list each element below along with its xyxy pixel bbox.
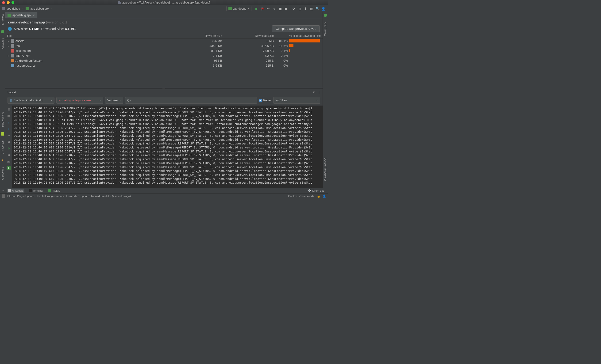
breadcrumb-file[interactable]: app-debug.apk [26,7,49,10]
expander-icon[interactable]: ▸ [7,39,10,43]
percent-bar [288,54,321,58]
filter-selector[interactable]: No Filters ▼ [273,97,320,104]
expander-icon[interactable] [7,49,10,53]
document-icon [118,1,121,4]
log-search-input[interactable]: Q▾ [125,97,257,104]
more-icon[interactable]: ⋯ [7,172,11,177]
table-row[interactable]: AndroidManifest.xml955 B955 B0% [5,58,322,63]
chevron-down-icon: ▼ [119,99,121,102]
status-message[interactable]: IDE and Plugin Updates: The following co… [7,195,131,198]
down-stack-icon[interactable]: ↓ [7,127,11,131]
settings-button[interactable]: 👤 [321,6,326,11]
table-row[interactable]: resources.arsc3.5 KB625 B0% [5,63,322,68]
col-percent[interactable]: % of Total Download size [274,34,321,38]
collapse-icon[interactable]: » [2,189,4,192]
table-row[interactable]: classes.dex81.1 KB74.8 KB2.1% [5,48,322,53]
chevron-down-icon: ▼ [50,99,52,102]
expander-icon[interactable]: ▸ [7,44,10,48]
log-level-selector[interactable]: Verbose ▼ [105,97,123,104]
tab-structure[interactable]: 7: Structure [1,166,4,181]
hide-panel-icon[interactable]: ⤓ [318,91,320,94]
screenshot-icon[interactable]: 📷︎ [7,160,11,164]
tab-logcat[interactable]: 6: Logcat [7,189,24,192]
log-level-label: Verbose [107,99,118,102]
apply-changes-button[interactable]: ▣ [278,6,283,11]
download-size: 955 B [222,59,274,62]
right-tool-window-bar: APK Project Device File Explorer [322,12,328,188]
breadcrumb-root[interactable]: app-debug [2,7,20,10]
hector-icon[interactable]: 👤 [322,194,326,198]
bottom-tool-window-bar: » 6: Logcat Terminal TODO 💬 Event Log [0,188,328,193]
regex-checkbox-input[interactable] [259,99,262,102]
percent-bar [288,59,321,63]
stop-button[interactable]: ◼ [283,6,289,11]
table-row[interactable]: ▸res434.2 KB416.5 KB11.6% [5,43,322,48]
attach-debugger-button[interactable]: ⎆ [272,6,277,11]
editor-tab-label: app-debug.apk [12,14,31,17]
table-row[interactable]: ▸assets3.6 MB3 MB86.1% [5,38,322,43]
gear-icon[interactable]: ⚙︎ [313,91,316,94]
expander-icon[interactable] [7,59,10,62]
navigation-bar: app-debug 〉 app-debug.apk 〉 app-debug ▼ … [0,5,328,12]
chevron-down-icon: ▼ [316,99,318,102]
tab-favorites[interactable]: 2: Favorites [1,140,4,154]
status-icon[interactable] [2,194,5,198]
context-label[interactable]: Context: <no context> [288,195,315,198]
tab-apk-project[interactable]: APK Project [324,21,327,36]
raw-size: 81.1 KB [175,49,222,53]
window-title: app-debug [~/ApkProjects/app-debug] - ..… [122,1,210,4]
search-field[interactable] [132,99,255,102]
compare-apk-button[interactable]: Compare with previous APK... [272,25,320,32]
sdk-manager-button[interactable]: ⬇ [303,6,308,11]
up-stack-icon[interactable]: ↑ [7,120,11,124]
restart-icon[interactable]: ↻ [7,146,11,151]
regex-checkbox[interactable]: Regex [259,99,271,102]
col-download-size[interactable]: Download Size [222,34,274,38]
tab-build-variants[interactable]: Build Variants [1,111,4,128]
device-selector[interactable]: ▦ Emulator Pixel_-_Andro ▼ [8,97,54,104]
project-structure-button[interactable]: ▦ [309,6,314,11]
profile-button[interactable]: 〰 [266,6,271,11]
apk-file-table: File Raw File Size Download Size % of To… [5,34,322,68]
tab-todo[interactable]: TODO [47,189,61,192]
log-output[interactable]: 2018-12-12 11:40:13.452 15973-15989/? I/… [12,105,322,188]
run-button[interactable]: ▶ [254,6,259,11]
clear-log-icon[interactable]: 🗑 [7,107,11,111]
info-icon[interactable]: i [8,27,12,31]
tab-event-log[interactable]: 💬 Event Log [307,189,325,193]
soft-wrap-icon[interactable]: ↩ [7,133,11,137]
avd-manager-button[interactable]: ▥ [297,6,302,11]
tab-captures[interactable]: Captures [1,38,4,49]
lock-icon[interactable]: 🔒 [317,194,320,198]
apk-size-label: APK size: 4.1 MB, Download Size: 4.1 MB [14,27,76,31]
minimize-window-button[interactable] [7,1,10,4]
screen-record-icon[interactable] [6,166,11,170]
col-raw-size[interactable]: Raw File Size [175,34,222,38]
device-icon: ▦ [10,99,12,102]
sync-gradle-button[interactable]: ⟳ [291,6,297,11]
tab-project[interactable]: 1: Project [1,14,4,26]
print-icon[interactable]: 🖶 [7,140,11,144]
editor-tab-apk[interactable]: app-debug.apk × [5,12,37,18]
expander-icon[interactable]: ▸ [7,54,10,57]
breadcrumb-root-label: app-debug [7,7,20,10]
tab-device-file-explorer[interactable]: Device File Explorer [324,157,327,182]
close-window-button[interactable] [2,1,5,4]
expander-icon[interactable] [7,64,10,67]
tab-terminal[interactable]: Terminal [28,189,44,192]
file-name: res [16,44,20,48]
col-file[interactable]: File [7,34,175,38]
close-tab-icon[interactable]: × [33,13,35,17]
debug-button[interactable]: 🐞 [260,6,265,11]
apk-icon [26,7,29,10]
search-everywhere-button[interactable]: 🔍 [315,6,320,11]
window-titlebar: app-debug [~/ApkProjects/app-debug] - ..… [0,0,328,5]
run-config-label: app-debug [233,7,246,10]
maximize-window-button[interactable] [11,1,14,4]
run-configuration-selector[interactable]: app-debug ▼ [226,6,251,11]
scroll-to-end-icon[interactable]: ▭ [7,114,11,118]
filter-label: No Filters [275,99,287,102]
table-row[interactable]: ▸META-INF7.4 KB7.2 KB0.2% [5,53,322,58]
settings-icon[interactable]: ✱ [7,153,11,157]
process-selector[interactable]: No debuggable processes ▼ [56,97,103,104]
